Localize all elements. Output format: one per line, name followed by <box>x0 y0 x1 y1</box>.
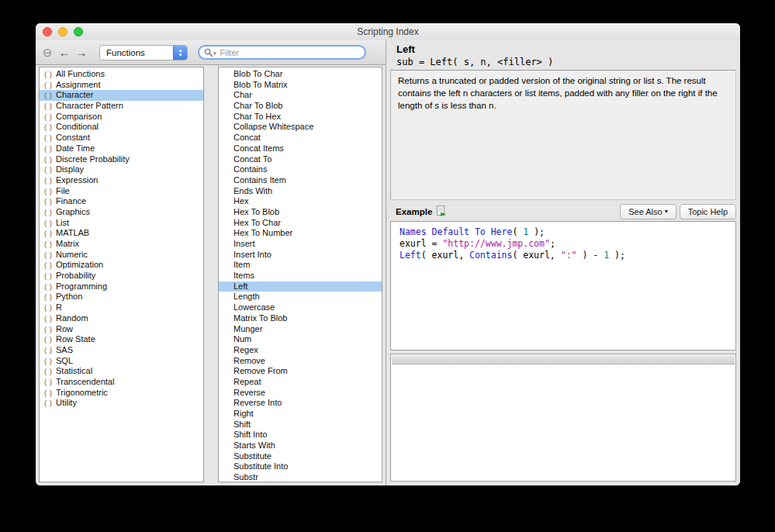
category-item[interactable]: ( )Date Time <box>40 143 203 154</box>
category-item[interactable]: ( )R <box>40 302 203 313</box>
category-item[interactable]: ( )Constant <box>40 133 203 143</box>
function-item[interactable]: Shift <box>219 420 382 430</box>
category-item[interactable]: ( )Python <box>40 292 203 302</box>
output-scrollbar[interactable] <box>392 355 735 364</box>
category-item[interactable]: ( )Expression <box>40 175 203 186</box>
function-item[interactable]: Concat To <box>219 154 382 165</box>
example-code[interactable]: Names Default To Here( 1 );exurl = "http… <box>390 221 736 351</box>
category-label: All Functions <box>56 69 105 80</box>
category-item[interactable]: ( )List <box>40 218 203 229</box>
function-item[interactable]: Substitute <box>219 451 382 462</box>
category-item[interactable]: ( )Row <box>40 324 203 335</box>
titlebar[interactable]: Scripting Index <box>36 23 740 40</box>
category-item[interactable]: ( )SQL <box>40 356 203 367</box>
function-item[interactable]: Contains Item <box>219 175 382 186</box>
function-label: Lowercase <box>234 302 275 313</box>
function-item[interactable]: Length <box>219 292 382 302</box>
parentheses-icon: ( ) <box>44 112 56 123</box>
function-item[interactable]: Shift Into <box>219 430 382 440</box>
function-item[interactable]: Num <box>219 334 382 345</box>
function-item[interactable]: Insert Into <box>219 250 382 261</box>
function-item[interactable]: Blob To Matrix <box>219 80 382 91</box>
category-item[interactable]: ( )SAS <box>40 345 203 356</box>
zoom-button[interactable] <box>74 27 83 36</box>
scripting-index-window: Scripting Index ⊖ ← → Functions ▲ ▼ <box>36 23 740 485</box>
forward-button[interactable]: → <box>73 45 90 60</box>
parentheses-icon: ( ) <box>44 186 56 197</box>
function-item[interactable]: Matrix To Blob <box>219 313 382 324</box>
function-label: Char <box>234 90 252 101</box>
category-item[interactable]: ( )Trigonometric <box>40 388 203 399</box>
function-item[interactable]: Right <box>219 409 382 420</box>
category-item[interactable]: ( )All Functions <box>40 69 203 80</box>
function-item[interactable]: Concat <box>219 133 382 143</box>
main-area: ⊖ ← → Functions ▲ ▼ <box>36 40 740 485</box>
function-item[interactable]: Items <box>219 271 382 282</box>
category-item[interactable]: ( )Conditional <box>40 122 203 133</box>
category-item[interactable]: ( )File <box>40 186 203 197</box>
run-script-icon[interactable] <box>436 206 447 217</box>
function-item[interactable]: Item <box>219 260 382 271</box>
index-type-dropdown[interactable]: Functions ▲ ▼ <box>99 45 188 60</box>
function-item[interactable]: Regex <box>219 345 382 356</box>
filter-field[interactable]: ▾ <box>198 45 366 60</box>
category-item[interactable]: ( )Comparison <box>40 112 203 123</box>
parentheses-icon: ( ) <box>44 271 56 282</box>
function-item[interactable]: Char To Blob <box>219 101 382 112</box>
function-label: Shift <box>234 420 251 430</box>
category-item[interactable]: ( )Programming <box>40 282 203 292</box>
function-item[interactable]: Insert <box>219 239 382 250</box>
function-item[interactable]: Reverse <box>219 388 382 399</box>
category-item[interactable]: ( )Display <box>40 164 203 175</box>
function-label: Substitute <box>234 451 272 462</box>
back-button[interactable]: ← <box>56 45 73 60</box>
category-label: Character Pattern <box>56 101 123 112</box>
function-item[interactable]: Hex To Char <box>219 218 382 229</box>
function-item[interactable]: Lowercase <box>219 302 382 313</box>
category-item[interactable]: ( )Character <box>40 90 203 101</box>
see-also-button[interactable]: See Also ▾ <box>620 204 676 219</box>
function-item[interactable]: Substitute Into <box>219 461 382 472</box>
function-item[interactable]: Hex To Number <box>219 228 382 239</box>
close-button[interactable] <box>43 27 52 36</box>
function-item[interactable]: Char <box>219 90 382 101</box>
category-item[interactable]: ( )Character Pattern <box>40 101 203 112</box>
category-item[interactable]: ( )Assignment <box>40 80 203 91</box>
category-item[interactable]: ( )Finance <box>40 196 203 207</box>
category-item[interactable]: ( )Discrete Probability <box>40 154 203 165</box>
function-item[interactable]: Collapse Whitespace <box>219 122 382 133</box>
category-item[interactable]: ( )Numeric <box>40 250 203 261</box>
category-item[interactable]: ( )Row State <box>40 334 203 345</box>
category-item[interactable]: ( )Graphics <box>40 207 203 218</box>
category-item[interactable]: ( )Optimization <box>40 260 203 271</box>
function-item[interactable]: Blob To Char <box>219 69 382 80</box>
function-label: Length <box>234 292 260 302</box>
category-item[interactable]: ( )Probability <box>40 271 203 282</box>
function-item[interactable]: Contains <box>219 164 382 175</box>
function-item[interactable]: Left <box>219 282 382 292</box>
function-item[interactable]: Hex <box>219 196 382 207</box>
category-item[interactable]: ( )Matrix <box>40 239 203 250</box>
function-item[interactable]: Reverse Into <box>219 398 382 409</box>
function-item[interactable]: Hex To Blob <box>219 207 382 218</box>
function-item[interactable]: Concat Items <box>219 143 382 154</box>
category-item[interactable]: ( )Statistical <box>40 366 203 377</box>
category-item[interactable]: ( )Random <box>40 313 203 324</box>
function-item[interactable]: Munger <box>219 324 382 335</box>
function-item[interactable]: Ends With <box>219 186 382 197</box>
minimize-button[interactable] <box>58 27 67 36</box>
category-item[interactable]: ( )MATLAB <box>40 228 203 239</box>
filter-input[interactable] <box>219 47 358 58</box>
function-item[interactable]: Remove From <box>219 366 382 377</box>
function-item[interactable]: Char To Hex <box>219 112 382 123</box>
function-item[interactable]: Repeat <box>219 377 382 388</box>
parentheses-icon: ( ) <box>44 154 56 165</box>
category-item[interactable]: ( )Transcendental <box>40 377 203 388</box>
function-item[interactable]: Starts With <box>219 440 382 451</box>
topic-help-button[interactable]: Topic Help <box>680 204 736 219</box>
function-item[interactable]: Substr <box>219 472 382 482</box>
function-item[interactable]: Remove <box>219 356 382 367</box>
minus-circle-button[interactable]: ⊖ <box>39 45 56 60</box>
category-item[interactable]: ( )Utility <box>40 398 203 409</box>
description-text: Returns a truncated or padded version of… <box>398 76 718 110</box>
